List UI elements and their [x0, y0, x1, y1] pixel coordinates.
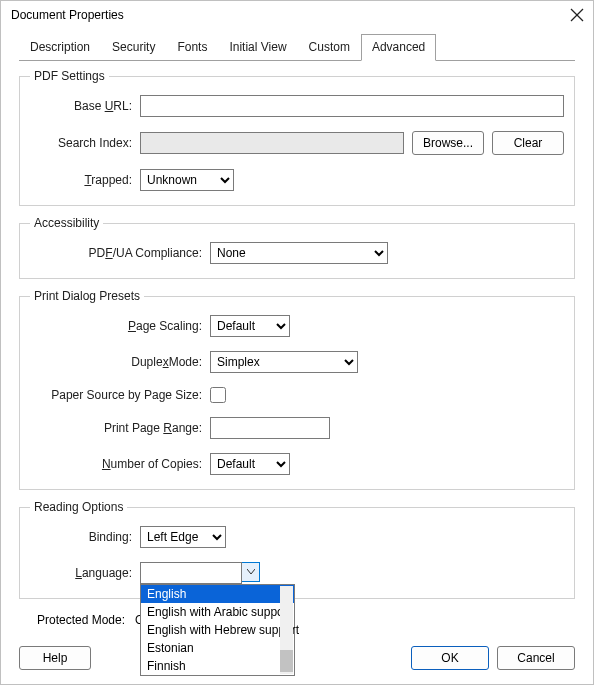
dropdown-scrollbar[interactable] — [280, 586, 293, 674]
chevron-down-icon[interactable] — [242, 562, 260, 582]
help-button[interactable]: Help — [19, 646, 91, 670]
tab-advanced[interactable]: Advanced — [361, 34, 436, 61]
binding-label: Binding: — [30, 530, 140, 544]
base-url-label: Base URL: — [30, 99, 140, 113]
pdf-settings-legend: PDF Settings — [30, 69, 109, 83]
print-presets-legend: Print Dialog Presets — [30, 289, 144, 303]
language-option[interactable]: Estonian — [141, 639, 294, 657]
print-presets-group: Print Dialog Presets Page Scaling: Defau… — [19, 289, 575, 490]
language-option[interactable]: English with Arabic support — [141, 603, 294, 621]
language-dropdown: English English with Arabic support Engl… — [140, 584, 295, 676]
browse-button[interactable]: Browse... — [412, 131, 484, 155]
paper-source-label: Paper Source by Page Size: — [30, 388, 210, 402]
tab-security[interactable]: Security — [101, 34, 166, 61]
accessibility-group: Accessibility PDF/UA Compliance: None — [19, 216, 575, 279]
tab-fonts[interactable]: Fonts — [166, 34, 218, 61]
language-label: Language: — [30, 566, 140, 580]
page-scaling-select[interactable]: Default — [210, 315, 290, 337]
search-index-input — [140, 132, 404, 154]
page-scaling-label: Page Scaling: — [30, 319, 210, 333]
accessibility-legend: Accessibility — [30, 216, 103, 230]
ok-button[interactable]: OK — [411, 646, 489, 670]
document-properties-dialog: Document Properties Description Security… — [0, 0, 594, 685]
reading-options-group: Reading Options Binding: Left Edge Langu… — [19, 500, 575, 599]
print-range-label: Print Page Range: — [30, 421, 210, 435]
trapped-label: Trapped: — [30, 173, 140, 187]
close-icon[interactable] — [569, 7, 585, 23]
duplex-select[interactable]: Simplex — [210, 351, 358, 373]
language-option[interactable]: English — [141, 585, 294, 603]
protected-mode-label: Protected Mode: — [37, 613, 125, 627]
print-range-input[interactable] — [210, 417, 330, 439]
clear-button[interactable]: Clear — [492, 131, 564, 155]
pdfua-label: PDF/UA Compliance: — [30, 246, 210, 260]
binding-select[interactable]: Left Edge — [140, 526, 226, 548]
base-url-input[interactable] — [140, 95, 564, 117]
paper-source-checkbox[interactable] — [210, 387, 226, 403]
duplex-label: DuplexMode: — [30, 355, 210, 369]
tab-bar: Description Security Fonts Initial View … — [1, 27, 593, 60]
language-value[interactable] — [140, 562, 242, 584]
window-title: Document Properties — [11, 8, 124, 22]
search-index-label: Search Index: — [30, 136, 140, 150]
language-option[interactable]: English with Hebrew support — [141, 621, 294, 639]
content: PDF Settings Base URL: Search Index: Bro… — [1, 61, 593, 636]
language-option[interactable]: Finnish — [141, 657, 294, 675]
tab-initial-view[interactable]: Initial View — [218, 34, 297, 61]
reading-options-legend: Reading Options — [30, 500, 127, 514]
tab-custom[interactable]: Custom — [298, 34, 361, 61]
trapped-select[interactable]: Unknown — [140, 169, 234, 191]
pdf-settings-group: PDF Settings Base URL: Search Index: Bro… — [19, 69, 575, 206]
copies-label: Number of Copies: — [30, 457, 210, 471]
cancel-button[interactable]: Cancel — [497, 646, 575, 670]
pdfua-select[interactable]: None — [210, 242, 388, 264]
titlebar: Document Properties — [1, 1, 593, 27]
copies-select[interactable]: Default — [210, 453, 290, 475]
footer: Help OK Cancel — [1, 636, 593, 684]
language-combobox[interactable]: English English with Arabic support Engl… — [140, 562, 260, 584]
tab-description[interactable]: Description — [19, 34, 101, 61]
